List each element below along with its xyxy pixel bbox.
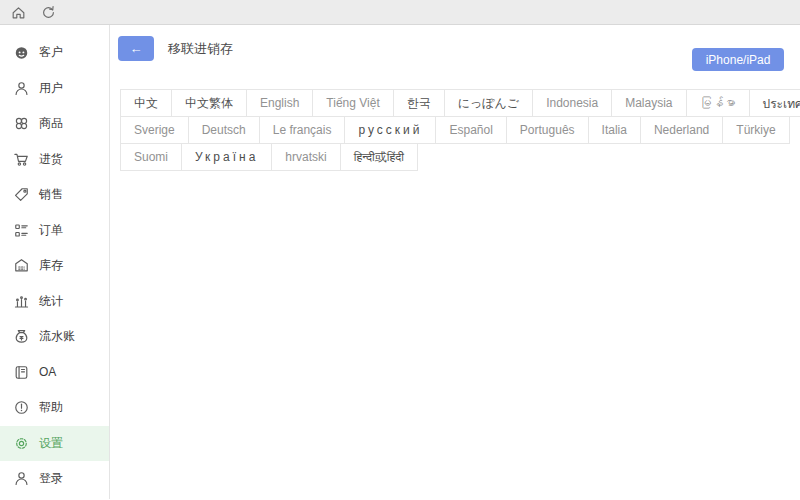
sidebar-item-设置[interactable]: 设置 xyxy=(0,426,109,462)
language-button[interactable]: Deutsch xyxy=(188,116,260,144)
sidebar-item-label: 用户 xyxy=(39,80,63,97)
language-button[interactable]: 中文 xyxy=(120,89,172,117)
sidebar: 客户用户商品进货销售订单库存统计流水账OA帮助设置登录 xyxy=(0,25,110,499)
sidebar-item-商品[interactable]: 商品 xyxy=(0,106,109,142)
cart-icon xyxy=(13,151,30,168)
sidebar-item-label: 销售 xyxy=(39,186,63,203)
sidebar-item-label: 进货 xyxy=(39,151,63,168)
language-button[interactable]: Italia xyxy=(588,116,641,144)
language-button[interactable]: हिन्दी或हिंदी xyxy=(340,143,418,171)
language-row: 中文中文繁体EnglishTiếng Việt한국にっぽんごIndonesiaM… xyxy=(120,89,800,117)
language-button[interactable]: 한국 xyxy=(393,89,445,117)
language-button[interactable]: Indonesia xyxy=(532,89,612,117)
back-button[interactable]: ← xyxy=(118,36,154,61)
order-list-icon xyxy=(13,222,30,239)
refresh-icon[interactable] xyxy=(39,3,57,21)
sidebar-item-流水账[interactable]: 流水账 xyxy=(0,319,109,355)
window-toolbar xyxy=(0,0,800,25)
platform-buttons: iPhone/iPadAndroid xyxy=(692,48,800,71)
main-content: ← 移联进销存 iPhone/iPadAndroid 中文中文繁体English… xyxy=(110,25,800,499)
sidebar-item-OA[interactable]: OA xyxy=(0,355,109,391)
sidebar-item-label: 客户 xyxy=(39,44,63,61)
language-row: SuomiУкраїнаhrvatskiहिन्दी或हिंदी xyxy=(120,143,800,171)
person-icon xyxy=(13,80,30,97)
language-button[interactable]: русский xyxy=(344,116,436,144)
page-title: 移联进销存 xyxy=(168,36,233,61)
sidebar-item-label: 设置 xyxy=(39,435,63,452)
language-button[interactable]: hrvatski xyxy=(271,143,340,171)
language-button[interactable]: ประเทศไทย xyxy=(749,89,800,117)
sidebar-item-label: 统计 xyxy=(39,293,63,310)
sidebar-item-label: 帮助 xyxy=(39,399,63,416)
language-button[interactable]: Suomi xyxy=(120,143,182,171)
platform-button-iphone-ipad[interactable]: iPhone/iPad xyxy=(692,48,785,71)
goods-clover-icon xyxy=(13,115,30,132)
login-person-icon xyxy=(13,470,30,487)
language-button[interactable]: Português xyxy=(506,116,589,144)
book-icon xyxy=(13,364,30,381)
language-button[interactable]: မြန်မာ xyxy=(686,89,750,117)
language-button[interactable]: English xyxy=(246,89,313,117)
language-button[interactable]: Sverige xyxy=(120,116,189,144)
language-button[interactable]: Español xyxy=(435,116,506,144)
home-icon[interactable] xyxy=(9,3,27,21)
sidebar-item-label: 库存 xyxy=(39,257,63,274)
sidebar-item-label: OA xyxy=(39,365,56,379)
sidebar-item-客户[interactable]: 客户 xyxy=(0,35,109,71)
bar-chart-icon xyxy=(13,293,30,310)
language-button[interactable]: Malaysia xyxy=(611,89,686,117)
sidebar-item-label: 流水账 xyxy=(39,328,75,345)
sidebar-item-帮助[interactable]: 帮助 xyxy=(0,390,109,426)
language-button[interactable]: Le français xyxy=(259,116,346,144)
language-button[interactable]: 中文繁体 xyxy=(171,89,247,117)
sidebar-item-label: 登录 xyxy=(39,470,63,487)
customer-face-icon xyxy=(13,44,30,61)
language-grid: 中文中文繁体EnglishTiếng Việt한국にっぽんごIndonesiaM… xyxy=(110,89,800,171)
language-button[interactable]: Tiếng Việt xyxy=(312,89,393,117)
language-button[interactable]: Türkiye xyxy=(722,116,789,144)
price-tag-icon xyxy=(13,186,30,203)
sidebar-item-用户[interactable]: 用户 xyxy=(0,71,109,107)
sidebar-item-统计[interactable]: 统计 xyxy=(0,284,109,320)
sidebar-item-label: 订单 xyxy=(39,222,63,239)
sidebar-item-库存[interactable]: 库存 xyxy=(0,248,109,284)
sidebar-item-进货[interactable]: 进货 xyxy=(0,142,109,178)
content-header: ← 移联进销存 iPhone/iPadAndroid xyxy=(110,25,800,89)
help-circle-icon xyxy=(13,399,30,416)
language-button[interactable]: にっぽんご xyxy=(444,89,533,117)
sidebar-item-销售[interactable]: 销售 xyxy=(0,177,109,213)
language-button[interactable]: Nederland xyxy=(640,116,723,144)
sidebar-item-label: 商品 xyxy=(39,115,63,132)
warehouse-icon xyxy=(13,257,30,274)
sidebar-item-订单[interactable]: 订单 xyxy=(0,213,109,249)
sidebar-item-登录[interactable]: 登录 xyxy=(0,461,109,497)
money-bag-icon xyxy=(13,328,30,345)
language-row: SverigeDeutschLe françaisрусскийEspañolP… xyxy=(120,116,800,144)
gear-icon xyxy=(13,435,30,452)
language-button[interactable]: Україна xyxy=(181,143,272,171)
